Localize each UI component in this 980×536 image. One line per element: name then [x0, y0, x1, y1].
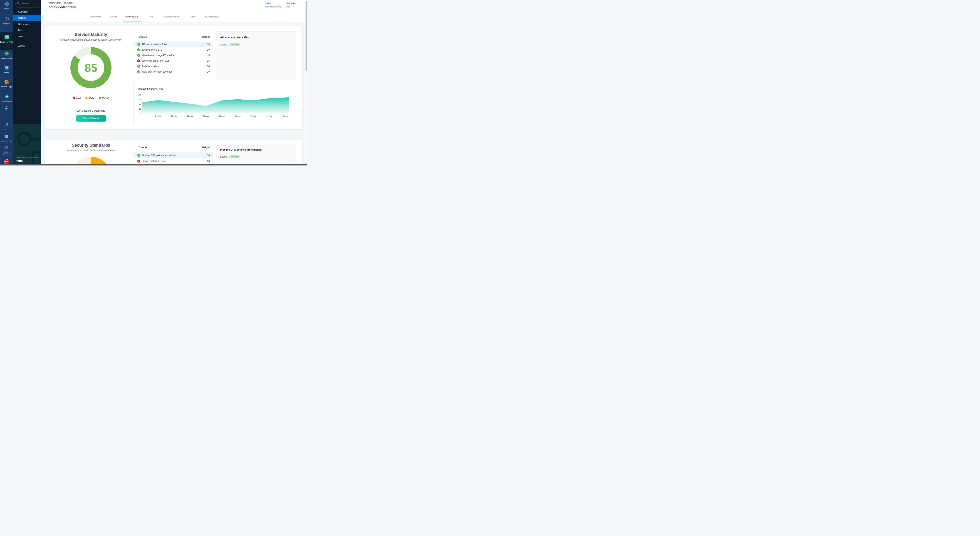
- rail-divider: [4, 30, 10, 30]
- tab-docs[interactable]: Docs: [190, 11, 196, 22]
- rail-item-account-settings[interactable]: ACCOUNT SETTINGS: [0, 145, 13, 155]
- last-updated-text: Last Updated: 2 weeks ago: [45, 110, 137, 112]
- scorecard-subtitle: Measures best practices of security oper…: [45, 149, 137, 152]
- service-maturity-card: Service Maturity Measures development be…: [45, 26, 302, 129]
- breadcrumb: COMPONENT — SERVICE: [48, 2, 73, 4]
- rail-item-cloud-costs[interactable]: $Cloud Costs: [0, 94, 13, 102]
- rail-item-home[interactable]: Home: [0, 2, 13, 10]
- sidebar-item-self-service[interactable]: Self service: [13, 21, 41, 27]
- waffle-icon: [5, 108, 8, 112]
- x-axis-tick: 31 Aug: [266, 115, 272, 117]
- check-weight: 15: [207, 59, 210, 62]
- portal-eyebrow: INTERNAL DEVELOPER: [16, 157, 38, 159]
- legend-item: 0-49: [73, 97, 81, 99]
- check-failed-icon: [137, 160, 140, 163]
- weight-column-header: Weight: [202, 146, 210, 149]
- rail-item-dashboards[interactable]: DASHBOARDS: [0, 134, 13, 142]
- check-label: API success rate > 99%: [142, 43, 207, 46]
- secondary-sidebar: Search OverviewCatalogSelf serviceDocsAP…: [13, 0, 41, 165]
- more-options-kebab-icon[interactable]: [299, 4, 302, 9]
- rail-item-module-picker[interactable]: [0, 107, 13, 113]
- status-badge: PASSED: [229, 155, 240, 158]
- rail-item-developer-portal[interactable]: Developer Portal: [0, 32, 13, 50]
- x-axis-tick: 29 Aug: [235, 115, 240, 117]
- lifecycle-value: prod: [286, 5, 295, 8]
- check-row[interactable]: Branch protection is set30: [134, 158, 213, 164]
- nav-divider: [17, 41, 39, 41]
- rail-item-deployments[interactable]: ∞Deployments: [0, 51, 13, 60]
- check-row[interactable]: TechDocs exists30: [134, 64, 213, 69]
- check-passed-icon: [137, 54, 140, 57]
- active-tab-underline: [123, 22, 142, 22]
- y-axis-tick: 75: [134, 99, 141, 100]
- score-legend: 0-4950-7475-100: [45, 97, 137, 99]
- rail-item-projects[interactable]: Projects: [0, 16, 13, 25]
- rerun-checks-button[interactable]: Rerun Checks: [76, 115, 106, 122]
- x-axis-tick: 1 Sep: [283, 115, 288, 117]
- sidebar-item-catalog[interactable]: Catalog: [13, 15, 41, 21]
- tab-api[interactable]: API: [149, 11, 153, 22]
- search-label: Search: [22, 2, 29, 5]
- tab-kubernetes[interactable]: Kubernetes: [205, 11, 218, 22]
- check-row[interactable]: Less than 1% error in prod15: [134, 58, 213, 64]
- check-label: Mean time to merge PR < 48 hr: [142, 54, 208, 57]
- check-label: Java version is LTS: [142, 48, 207, 51]
- check-weight: 20: [207, 70, 210, 73]
- sidebar-item-overview[interactable]: Overview: [13, 9, 41, 15]
- rail-item-feature-flags[interactable]: Feature Flags: [0, 80, 13, 88]
- status-badge: PASSED: [229, 43, 240, 46]
- scorecard-title: Service Maturity: [45, 32, 137, 37]
- check-failed-icon: [137, 59, 140, 62]
- legend-item: 50-74: [85, 97, 94, 99]
- check-detail-panel: API success rate > 99% Status: PASSED: [216, 31, 296, 79]
- security-standards-card: Security Standards Measures best practic…: [45, 140, 302, 165]
- check-label: Less than 1% error in prod: [142, 59, 207, 62]
- sidebar-item-docs[interactable]: Docs: [13, 27, 41, 33]
- chart-title: Improvement Over Time: [138, 87, 163, 90]
- feature-flags-icon: [4, 80, 9, 85]
- status-label: Status:: [220, 43, 228, 46]
- tab-overview[interactable]: Overview: [90, 11, 101, 22]
- vertical-scrollbar: [305, 0, 307, 164]
- svg-text:?: ?: [6, 123, 7, 125]
- check-weight: 10: [207, 43, 210, 46]
- dashboards-grid-icon: [5, 135, 8, 139]
- favorite-star-icon[interactable]: ★: [75, 5, 77, 9]
- improvement-chart: Improvement Over Time 1007550250 24 Aug2…: [134, 82, 296, 125]
- check-row[interactable]: Pipeline OPA policies are satisfied10: [134, 152, 213, 158]
- tab-scorecard[interactable]: Scorecard: [126, 11, 138, 22]
- legend-dot: [99, 97, 101, 99]
- rail-item-builds[interactable]: Builds: [0, 65, 13, 74]
- owner-link[interactable]: field_engineering: [265, 5, 281, 8]
- search-button[interactable]: Search: [17, 2, 29, 5]
- rail-item-help[interactable]: ?HELP: [0, 122, 13, 130]
- tab-dependencies[interactable]: Dependencies: [164, 11, 180, 22]
- check-passed-icon: [137, 70, 140, 73]
- y-axis-tick: 0: [134, 113, 141, 115]
- check-row[interactable]: Java version is LTS20: [134, 47, 213, 52]
- entity-tabs: OverviewCI/CDScorecardAPIDependenciesDoc…: [41, 11, 307, 22]
- check-detail-panel: Pipeline OPA policies are satisfied Stat…: [216, 145, 296, 165]
- maturity-score-gauge: 85: [70, 47, 111, 88]
- lifecycle-field: Lifecycle prod: [286, 0, 295, 11]
- sidebar-item-admin[interactable]: Admin: [13, 43, 41, 49]
- tab-ci-cd[interactable]: CI/CD: [110, 11, 117, 22]
- check-row[interactable]: API success rate > 99%10: [134, 41, 213, 47]
- legend-dot: [73, 97, 75, 99]
- x-axis-tick: 24 Aug: [155, 115, 161, 117]
- check-row[interactable]: Mean time to merge PR < 48 hr5: [134, 52, 213, 58]
- check-weight: 30: [207, 160, 210, 162]
- sidebar-item-apis[interactable]: APIs: [13, 33, 41, 40]
- legend-dot: [85, 97, 88, 99]
- builds-icon: [4, 65, 9, 71]
- scorecard-subtitle: Measures development best practices agai…: [45, 38, 137, 41]
- check-label: Branch protection is set: [142, 160, 207, 162]
- check-passed-icon: [137, 154, 140, 157]
- search-icon: [17, 2, 20, 5]
- module-rail: HomeProjectsDeveloper Portal∞Deployments…: [0, 0, 13, 165]
- scrollbar-thumb[interactable]: [305, 1, 307, 71]
- check-weight: 10: [207, 154, 210, 157]
- check-passed-icon: [137, 65, 140, 68]
- user-avatar[interactable]: HM: [0, 159, 13, 164]
- check-row[interactable]: More than 70% test coverage20: [134, 69, 213, 75]
